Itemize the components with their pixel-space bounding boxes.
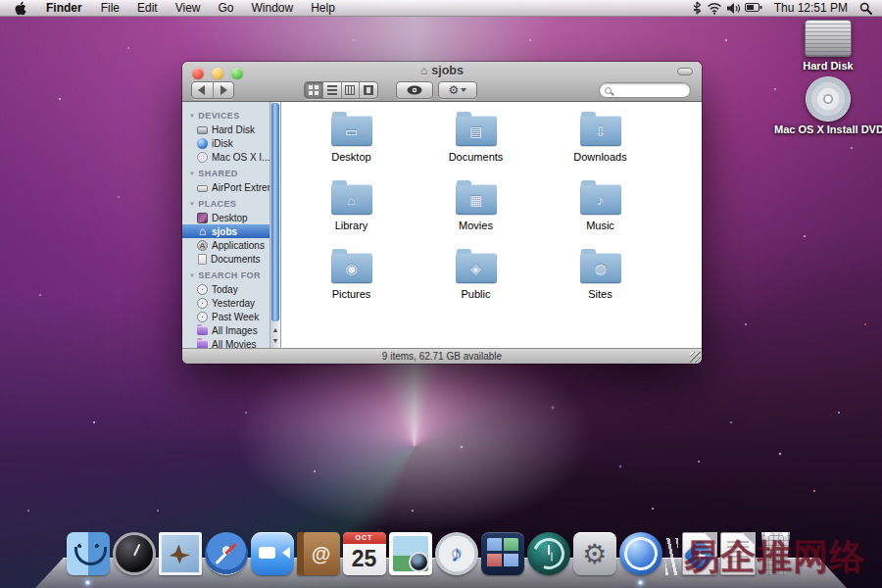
bluetooth-icon[interactable] [691, 1, 703, 15]
volume-icon[interactable] [726, 2, 741, 15]
dock-spaces-icon[interactable] [481, 532, 524, 575]
search-input[interactable] [599, 82, 691, 98]
minimize-button[interactable] [212, 68, 223, 79]
home-icon [197, 226, 208, 237]
toolbar: ⚙ [182, 79, 702, 102]
back-button[interactable] [192, 82, 214, 98]
sidebar-item-documents[interactable]: Documents [182, 252, 269, 266]
list-view-button[interactable] [323, 82, 342, 98]
dock-downloads-stack-icon[interactable] [720, 532, 756, 575]
folder-sites[interactable]: ◍Sites [538, 247, 662, 311]
disclosure-triangle-icon[interactable]: ▼ [189, 272, 195, 278]
dock-system-preferences-icon[interactable] [573, 532, 616, 575]
window-title: ⌂sjobs [182, 62, 702, 79]
desktop-icon-hard-disk[interactable]: Hard Disk [776, 20, 880, 72]
forward-button[interactable] [214, 82, 234, 98]
desktop-icon-label: Hard Disk [776, 60, 880, 72]
sidebar-item-label: iDisk [212, 138, 233, 149]
sidebar-section-shared[interactable]: ▼SHARED [182, 164, 269, 180]
folder-public[interactable]: ◈Public [414, 247, 538, 311]
dock-itunes-icon[interactable] [435, 532, 478, 575]
sidebar-item-yesterday[interactable]: Yesterday [182, 296, 269, 310]
toolbar-toggle-capsule[interactable] [677, 68, 693, 75]
sidebar-item-idisk[interactable]: iDisk [182, 136, 269, 150]
sidebar-item-all-images[interactable]: All Images [182, 323, 269, 337]
sites-emblem-icon: ◍ [580, 253, 621, 283]
spotlight-icon[interactable] [859, 2, 872, 15]
menu-window[interactable]: Window [243, 1, 303, 15]
desktop-icon-install-dvd[interactable]: Mac OS X Install DVD [774, 76, 882, 135]
sidebar-item-label: Yesterday [212, 298, 255, 309]
menu-edit[interactable]: Edit [128, 1, 167, 15]
applications-icon [197, 240, 208, 251]
battery-icon[interactable] [745, 3, 762, 13]
icon-view-button[interactable] [305, 82, 323, 98]
dock-trash-icon[interactable] [759, 532, 794, 575]
app-menu-title[interactable]: Finder [36, 1, 92, 15]
dock-ical-icon[interactable]: OCT25 [343, 532, 386, 575]
sidebar-item-sjobs[interactable]: sjobs [182, 224, 280, 238]
sidebar-item-hard-disk[interactable]: Hard Disk [182, 122, 269, 136]
folder-movies[interactable]: ▦Movies [414, 178, 538, 242]
sidebar-section-devices[interactable]: ▼DEVICES [182, 106, 269, 122]
sidebar-item-mac-os-x-i[interactable]: Mac OS X I... [182, 150, 269, 164]
quick-look-button[interactable] [396, 81, 433, 99]
dock-divider [665, 538, 678, 575]
dock-software-update-icon[interactable] [619, 532, 662, 575]
sidebar-section-places[interactable]: ▼PLACES [182, 194, 269, 211]
sidebar-item-desktop[interactable]: Desktop [182, 211, 269, 224]
action-menu-button[interactable]: ⚙ [438, 81, 477, 99]
sidebar-item-label: sjobs [212, 226, 237, 237]
scroll-up-arrow[interactable]: ▲ [272, 326, 279, 333]
window-header[interactable]: ⌂sjobs [182, 62, 702, 102]
sidebar-section-search-for[interactable]: ▼SEARCH FOR [182, 266, 269, 282]
disclosure-triangle-icon[interactable]: ▼ [189, 201, 195, 207]
folder-label: Downloads [573, 151, 626, 163]
coverflow-view-button[interactable] [360, 82, 377, 98]
sidebar-scrollbar[interactable]: ▲ ▼ [270, 102, 280, 348]
dock-ichat-icon[interactable] [251, 532, 294, 575]
menu-clock[interactable]: Thu 12:51 PM [766, 1, 856, 15]
sidebar-item-all-movies[interactable]: All Movies [182, 337, 269, 348]
column-view-button[interactable] [342, 82, 361, 98]
sidebar-item-past-week[interactable]: Past Week [182, 310, 269, 323]
status-text: 9 items, 62.71 GB available [382, 351, 502, 362]
dock-dashboard-icon[interactable] [113, 532, 156, 575]
dvd-disc-icon [806, 76, 851, 122]
dock-finder-icon[interactable] [67, 532, 110, 575]
folder-desktop[interactable]: ▭Desktop [289, 110, 414, 173]
sidebar-item-airport-extreme[interactable]: AirPort Extreme [182, 180, 269, 194]
dock-safari-icon[interactable] [205, 532, 248, 575]
clock-icon [197, 298, 208, 309]
disclosure-triangle-icon[interactable]: ▼ [189, 113, 195, 119]
menu-bar: Finder FileEditViewGoWindowHelp Thu 12:5… [0, 0, 882, 17]
menu-help[interactable]: Help [302, 1, 344, 15]
apple-menu[interactable] [0, 1, 36, 16]
folder-library[interactable]: ⌂Library [289, 178, 414, 242]
sidebar-item-today[interactable]: Today [182, 282, 269, 296]
menu-go[interactable]: Go [210, 1, 243, 15]
zoom-button[interactable] [231, 68, 243, 79]
home-icon: ⌂ [420, 64, 427, 77]
dock-documents-stack-icon[interactable] [682, 532, 717, 575]
hard-disk-icon [197, 126, 208, 134]
sidebar-item-applications[interactable]: Applications [182, 238, 269, 252]
dock-time-machine-icon[interactable] [527, 532, 570, 575]
folder-music[interactable]: ♪Music [538, 178, 662, 242]
dock-address-book-icon[interactable] [297, 532, 340, 575]
dock-iphoto-icon[interactable] [389, 532, 432, 575]
scroll-down-arrow[interactable]: ▼ [272, 337, 279, 344]
folder-downloads[interactable]: ⇩Downloads [538, 110, 662, 173]
disclosure-triangle-icon[interactable]: ▼ [189, 171, 195, 176]
sidebar-item-label: Mac OS X I... [212, 152, 270, 163]
menu-file[interactable]: File [92, 1, 128, 15]
close-button[interactable] [192, 68, 204, 79]
menu-view[interactable]: View [167, 1, 210, 15]
folder-documents[interactable]: ▤Documents [414, 110, 538, 173]
folder-pictures[interactable]: ◉Pictures [289, 247, 414, 311]
resize-grip[interactable] [690, 352, 701, 363]
dock-mail-icon[interactable] [159, 532, 202, 575]
wifi-icon[interactable] [707, 2, 722, 15]
scrollbar-thumb[interactable] [271, 103, 279, 321]
hard-disk-icon [805, 20, 852, 57]
